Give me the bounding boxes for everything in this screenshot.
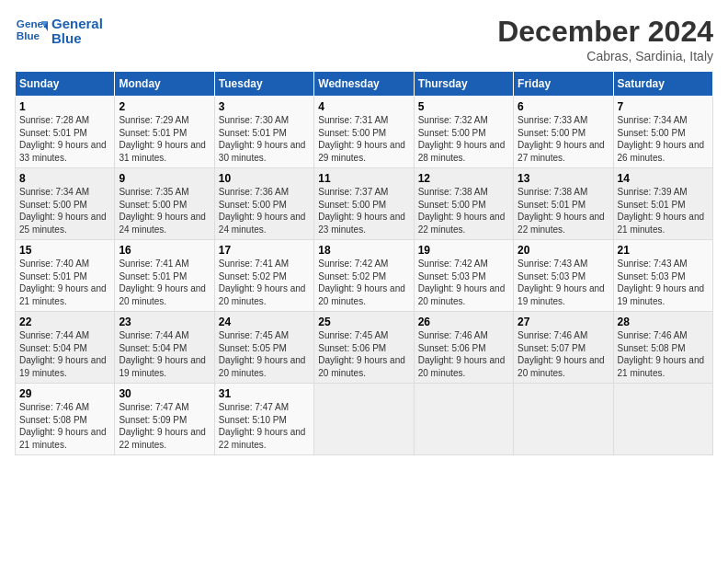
sunset-label: Sunset: 5:02 PM	[318, 271, 386, 282]
table-row: 25 Sunrise: 7:45 AM Sunset: 5:06 PM Dayl…	[314, 312, 414, 384]
daylight-label: Daylight: 9 hours and 20 minutes.	[418, 355, 506, 378]
sunset-label: Sunset: 5:09 PM	[119, 415, 187, 425]
sunrise-label: Sunrise: 7:41 AM	[119, 259, 188, 269]
table-row: 19 Sunrise: 7:42 AM Sunset: 5:03 PM Dayl…	[414, 240, 513, 312]
daylight-label: Daylight: 9 hours and 19 minutes.	[618, 283, 705, 306]
table-row: 4 Sunrise: 7:31 AM Sunset: 5:00 PM Dayli…	[314, 97, 414, 168]
table-row: 20 Sunrise: 7:43 AM Sunset: 5:03 PM Dayl…	[514, 240, 613, 312]
daylight-label: Daylight: 9 hours and 21 minutes.	[19, 283, 107, 306]
sunrise-label: Sunrise: 7:37 AM	[318, 187, 388, 197]
day-number: 21	[618, 244, 709, 257]
day-info: Sunrise: 7:44 AM Sunset: 5:04 PM Dayligh…	[19, 329, 110, 379]
day-info: Sunrise: 7:41 AM Sunset: 5:02 PM Dayligh…	[219, 258, 310, 307]
sunrise-label: Sunrise: 7:46 AM	[418, 330, 488, 340]
table-row: 22 Sunrise: 7:44 AM Sunset: 5:04 PM Dayl…	[16, 312, 115, 384]
sunrise-label: Sunrise: 7:42 AM	[418, 259, 488, 269]
col-thursday: Thursday	[414, 72, 513, 97]
sunset-label: Sunset: 5:08 PM	[19, 415, 87, 425]
table-row: 2 Sunrise: 7:29 AM Sunset: 5:01 PM Dayli…	[115, 97, 214, 168]
day-number: 3	[219, 100, 310, 113]
day-number: 13	[518, 172, 609, 185]
daylight-label: Daylight: 9 hours and 30 minutes.	[219, 140, 306, 163]
sunset-label: Sunset: 5:05 PM	[219, 343, 287, 353]
sunrise-label: Sunrise: 7:30 AM	[219, 115, 289, 125]
daylight-label: Daylight: 9 hours and 22 minutes.	[518, 212, 605, 235]
daylight-label: Daylight: 9 hours and 25 minutes.	[19, 212, 107, 235]
daylight-label: Daylight: 9 hours and 27 minutes.	[518, 140, 605, 163]
day-info: Sunrise: 7:44 AM Sunset: 5:04 PM Dayligh…	[119, 329, 210, 379]
sunrise-label: Sunrise: 7:45 AM	[219, 330, 289, 340]
calendar-week-row: 15 Sunrise: 7:40 AM Sunset: 5:01 PM Dayl…	[16, 240, 713, 312]
table-row: 12 Sunrise: 7:38 AM Sunset: 5:00 PM Dayl…	[414, 168, 513, 240]
sunrise-label: Sunrise: 7:46 AM	[518, 330, 587, 340]
daylight-label: Daylight: 9 hours and 22 minutes.	[219, 427, 306, 450]
table-row: 8 Sunrise: 7:34 AM Sunset: 5:00 PM Dayli…	[16, 168, 115, 240]
daylight-label: Daylight: 9 hours and 19 minutes.	[518, 283, 605, 306]
calendar-week-row: 29 Sunrise: 7:46 AM Sunset: 5:08 PM Dayl…	[16, 384, 713, 455]
day-info: Sunrise: 7:46 AM Sunset: 5:08 PM Dayligh…	[618, 329, 709, 379]
daylight-label: Daylight: 9 hours and 21 minutes.	[19, 427, 107, 450]
table-row: 6 Sunrise: 7:33 AM Sunset: 5:00 PM Dayli…	[514, 97, 613, 168]
daylight-label: Daylight: 9 hours and 20 minutes.	[219, 355, 306, 378]
sunset-label: Sunset: 5:04 PM	[119, 343, 187, 353]
daylight-label: Daylight: 9 hours and 20 minutes.	[418, 283, 506, 306]
daylight-label: Daylight: 9 hours and 24 minutes.	[119, 212, 206, 235]
sunset-label: Sunset: 5:06 PM	[318, 343, 386, 353]
day-number: 11	[318, 172, 409, 185]
col-tuesday: Tuesday	[214, 72, 313, 97]
sunset-label: Sunset: 5:00 PM	[518, 128, 586, 138]
sunrise-label: Sunrise: 7:45 AM	[318, 330, 388, 340]
sunset-label: Sunset: 5:00 PM	[418, 200, 486, 210]
sunset-label: Sunset: 5:01 PM	[19, 128, 87, 138]
daylight-label: Daylight: 9 hours and 20 minutes.	[119, 283, 206, 306]
sunset-label: Sunset: 5:03 PM	[418, 271, 486, 282]
day-number: 23	[119, 316, 210, 328]
location-subtitle: Cabras, Sardinia, Italy	[497, 49, 713, 63]
sunrise-label: Sunrise: 7:47 AM	[219, 402, 289, 412]
day-info: Sunrise: 7:42 AM Sunset: 5:03 PM Dayligh…	[418, 258, 509, 307]
table-row: 1 Sunrise: 7:28 AM Sunset: 5:01 PM Dayli…	[16, 97, 115, 168]
day-info: Sunrise: 7:37 AM Sunset: 5:00 PM Dayligh…	[318, 186, 409, 236]
day-info: Sunrise: 7:43 AM Sunset: 5:03 PM Dayligh…	[618, 258, 709, 307]
day-number: 4	[318, 100, 409, 113]
day-info: Sunrise: 7:38 AM Sunset: 5:00 PM Dayligh…	[418, 186, 509, 236]
daylight-label: Daylight: 9 hours and 20 minutes.	[518, 355, 605, 378]
sunset-label: Sunset: 5:00 PM	[19, 200, 87, 210]
table-row: 28 Sunrise: 7:46 AM Sunset: 5:08 PM Dayl…	[613, 312, 712, 384]
daylight-label: Daylight: 9 hours and 22 minutes.	[119, 427, 206, 450]
daylight-label: Daylight: 9 hours and 26 minutes.	[618, 140, 705, 163]
day-number: 15	[19, 244, 110, 257]
col-friday: Friday	[514, 72, 613, 97]
table-row	[613, 384, 712, 455]
daylight-label: Daylight: 9 hours and 19 minutes.	[119, 355, 206, 378]
day-info: Sunrise: 7:30 AM Sunset: 5:01 PM Dayligh…	[219, 114, 310, 164]
table-row: 30 Sunrise: 7:47 AM Sunset: 5:09 PM Dayl…	[115, 384, 214, 455]
day-info: Sunrise: 7:46 AM Sunset: 5:07 PM Dayligh…	[518, 329, 609, 379]
table-row: 21 Sunrise: 7:43 AM Sunset: 5:03 PM Dayl…	[613, 240, 712, 312]
table-row: 5 Sunrise: 7:32 AM Sunset: 5:00 PM Dayli…	[414, 97, 513, 168]
day-number: 18	[318, 244, 409, 257]
table-row: 10 Sunrise: 7:36 AM Sunset: 5:00 PM Dayl…	[214, 168, 313, 240]
day-info: Sunrise: 7:34 AM Sunset: 5:00 PM Dayligh…	[19, 186, 110, 236]
table-row: 14 Sunrise: 7:39 AM Sunset: 5:01 PM Dayl…	[613, 168, 712, 240]
sunset-label: Sunset: 5:01 PM	[518, 200, 586, 210]
table-row	[514, 384, 613, 455]
day-number: 25	[318, 316, 409, 328]
daylight-label: Daylight: 9 hours and 20 minutes.	[318, 355, 405, 378]
daylight-label: Daylight: 9 hours and 29 minutes.	[318, 140, 405, 163]
daylight-label: Daylight: 9 hours and 21 minutes.	[618, 355, 705, 378]
col-sunday: Sunday	[16, 72, 115, 97]
table-row	[414, 384, 513, 455]
day-info: Sunrise: 7:47 AM Sunset: 5:10 PM Dayligh…	[219, 401, 310, 451]
table-row: 29 Sunrise: 7:46 AM Sunset: 5:08 PM Dayl…	[16, 384, 115, 455]
sunrise-label: Sunrise: 7:34 AM	[618, 115, 688, 125]
month-title: December 2024	[497, 15, 713, 49]
sunrise-label: Sunrise: 7:31 AM	[318, 115, 388, 125]
daylight-label: Daylight: 9 hours and 24 minutes.	[219, 212, 306, 235]
sunrise-label: Sunrise: 7:43 AM	[618, 259, 688, 269]
day-info: Sunrise: 7:46 AM Sunset: 5:08 PM Dayligh…	[19, 401, 110, 451]
day-number: 29	[19, 387, 110, 400]
table-row: 13 Sunrise: 7:38 AM Sunset: 5:01 PM Dayl…	[514, 168, 613, 240]
sunrise-label: Sunrise: 7:32 AM	[418, 115, 488, 125]
sunrise-label: Sunrise: 7:43 AM	[518, 259, 587, 269]
